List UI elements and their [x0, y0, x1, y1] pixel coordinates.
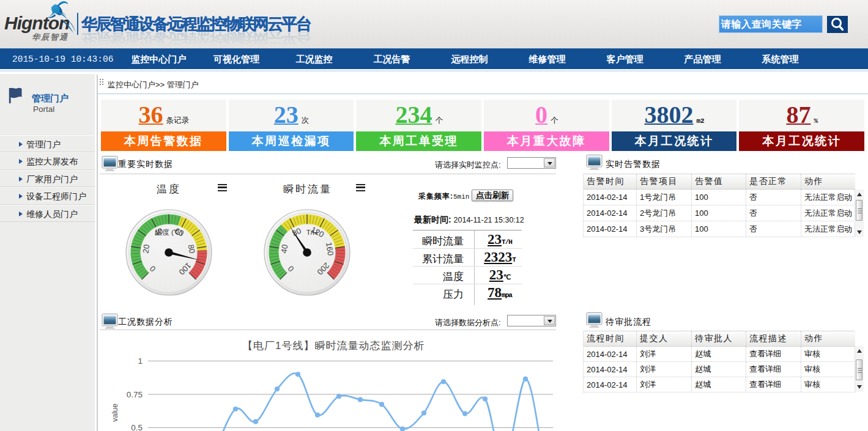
svg-text:20: 20 — [141, 244, 151, 254]
svg-text:1: 1 — [138, 356, 143, 366]
svg-text:80: 80 — [187, 244, 197, 254]
svg-text:温度 (℃): 温度 (℃) — [155, 229, 183, 236]
svg-text:value: value — [111, 403, 119, 422]
svg-text:0.5: 0.5 — [131, 423, 143, 431]
svg-text:T/H: T/H — [306, 229, 318, 236]
svg-text:0.75: 0.75 — [127, 390, 143, 399]
svg-text:40: 40 — [279, 244, 289, 254]
